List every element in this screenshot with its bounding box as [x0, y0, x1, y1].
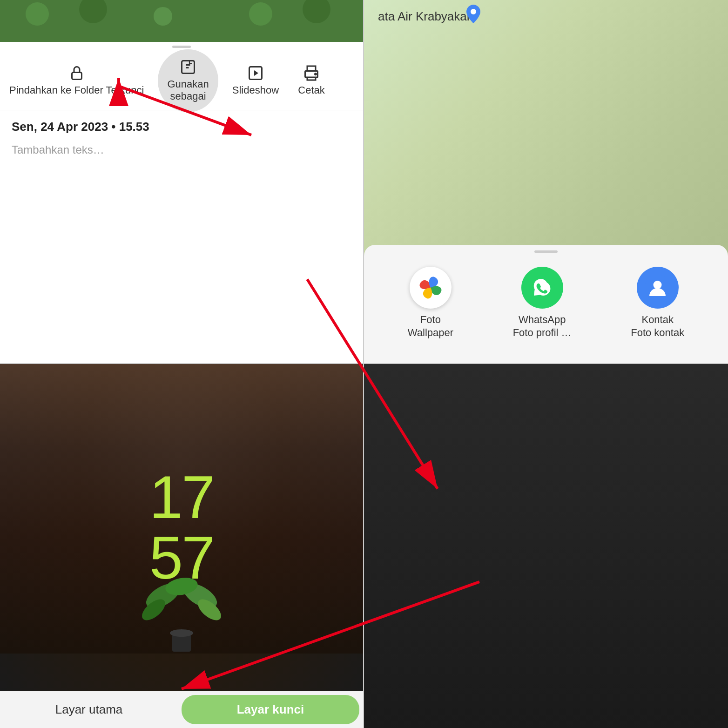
print-icon — [303, 65, 320, 81]
whatsapp-icon — [521, 267, 563, 309]
contact-icon — [637, 267, 679, 309]
svg-rect-0 — [72, 73, 81, 80]
whatsapp-label: WhatsApp Foto profil … — [513, 313, 572, 340]
svg-marker-3 — [254, 70, 258, 76]
action-bar: Pindahkan ke Folder Terkunci Gunakanseba… — [0, 52, 363, 110]
app-icons-row: Foto Wallpaper WhatsApp — [378, 262, 714, 349]
wallpaper-preview: 17 57 — [0, 364, 363, 691]
top-right-panel: ata Air Krabyakan — [364, 0, 728, 364]
date-section: Sen, 24 Apr 2023 • 15.53 — [0, 110, 363, 139]
action-item-edit[interactable]: Gunakansebagai — [158, 49, 218, 112]
svg-point-16 — [170, 629, 193, 637]
wallpaper-choice-buttons: Layar utama Layar kunci — [0, 691, 363, 728]
clock-hour: 17 — [149, 467, 214, 527]
svg-point-9 — [654, 281, 662, 289]
app-item-whatsapp[interactable]: WhatsApp Foto profil … — [513, 267, 572, 340]
sheet-handle — [534, 250, 558, 253]
map-label: ata Air Krabyakan — [378, 9, 473, 24]
share-sheet: Foto Wallpaper WhatsApp — [364, 245, 728, 363]
action-label-slideshow: Slideshow — [232, 84, 279, 96]
screen: Pindahkan ke Folder Terkunci Gunakanseba… — [0, 0, 728, 728]
top-left-panel: Pindahkan ke Folder Terkunci Gunakanseba… — [0, 0, 364, 364]
contacts-label: Kontak Foto kontak — [631, 313, 684, 340]
svg-point-6 — [471, 9, 476, 14]
scroll-handle — [172, 46, 191, 48]
home-screen-button[interactable]: Layar utama — [0, 691, 178, 728]
app-item-contacts[interactable]: Kontak Foto kontak — [631, 267, 684, 340]
date-text: Sen, 24 Apr 2023 • 15.53 — [12, 120, 351, 134]
clock-minute: 57 — [149, 527, 214, 588]
app-item-photos[interactable]: Foto Wallpaper — [408, 267, 453, 340]
clock-display: 17 57 — [149, 467, 214, 588]
bottom-left-panel: 17 57 Layar utama Layar kunci — [0, 364, 364, 728]
play-icon — [247, 65, 264, 81]
bottom-right-panel: Setel wallpaper Layar utama Layar kunci … — [364, 364, 728, 728]
lock-screen-button[interactable]: Layar kunci — [182, 695, 359, 724]
photos-icon — [410, 267, 452, 309]
photos-label: Foto Wallpaper — [408, 313, 453, 340]
action-item-print[interactable]: Cetak — [293, 65, 330, 96]
action-item-slideshow[interactable]: Slideshow — [232, 65, 279, 96]
photo-thumbnail-strip — [0, 0, 363, 42]
svg-point-5 — [315, 74, 317, 75]
edit-icon — [180, 59, 196, 75]
action-item-lock[interactable]: Pindahkan ke Folder Terkunci — [9, 65, 144, 96]
action-label-edit: Gunakansebagai — [167, 78, 209, 103]
lock-icon — [68, 65, 85, 81]
action-label-print: Cetak — [298, 84, 324, 96]
caption-placeholder[interactable]: Tambahkan teks… — [0, 143, 363, 156]
action-label-lock: Pindahkan ke Folder Terkunci — [9, 84, 144, 96]
